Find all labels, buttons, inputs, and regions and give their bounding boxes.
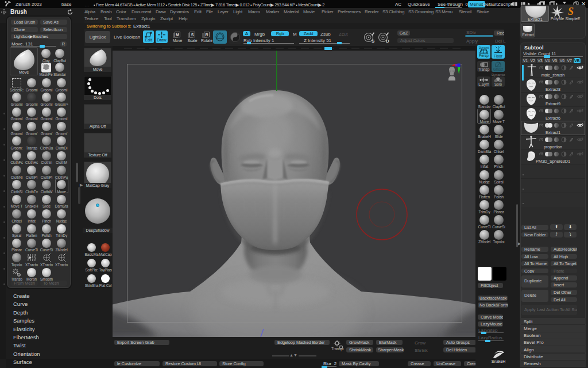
svg-text:Dynamic: Dynamic <box>479 46 489 49</box>
svg-text:S: S <box>372 39 375 44</box>
svg-text:S: S <box>568 6 574 17</box>
svg-text:D: D <box>386 39 389 44</box>
